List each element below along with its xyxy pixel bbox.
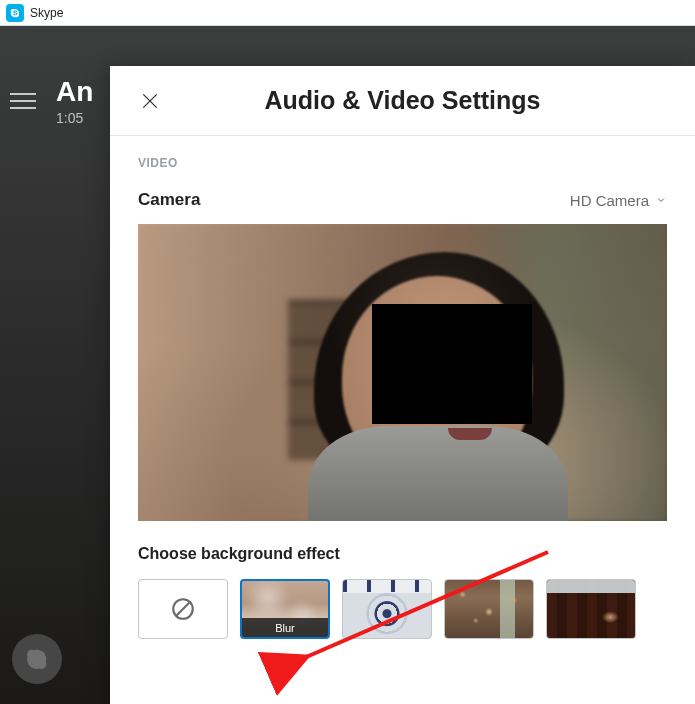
camera-preview — [138, 224, 667, 521]
redaction-box — [372, 304, 532, 424]
window-title: Skype — [30, 6, 63, 20]
window-titlebar: Skype — [0, 0, 695, 26]
effect-pattern-1[interactable] — [342, 579, 432, 639]
call-participant-name: An — [56, 76, 93, 108]
skype-logo-icon — [6, 4, 24, 22]
chevron-down-icon — [655, 194, 667, 206]
panel-header: Audio & Video Settings — [110, 66, 695, 136]
none-icon — [170, 596, 196, 622]
effect-pattern-3[interactable] — [546, 579, 636, 639]
call-header: An 1:05 — [10, 76, 93, 126]
menu-icon[interactable] — [10, 93, 36, 109]
skype-badge-icon — [12, 634, 62, 684]
close-icon — [140, 91, 160, 111]
background-effect-list: Blur — [138, 579, 667, 639]
call-duration: 1:05 — [56, 110, 93, 126]
panel-title: Audio & Video Settings — [162, 86, 667, 115]
effect-none[interactable] — [138, 579, 228, 639]
camera-row: Camera HD Camera — [138, 190, 667, 210]
video-section-label: VIDEO — [138, 156, 667, 170]
camera-label: Camera — [138, 190, 200, 210]
effect-blur[interactable]: Blur — [240, 579, 330, 639]
effect-blur-label: Blur — [242, 618, 328, 637]
settings-panel: Audio & Video Settings VIDEO Camera HD C… — [110, 66, 695, 704]
close-button[interactable] — [138, 89, 162, 113]
svg-line-3 — [176, 602, 190, 616]
camera-selected-value: HD Camera — [570, 192, 649, 209]
background-effect-label: Choose background effect — [138, 545, 667, 563]
effect-pattern-2[interactable] — [444, 579, 534, 639]
camera-dropdown[interactable]: HD Camera — [570, 192, 667, 209]
